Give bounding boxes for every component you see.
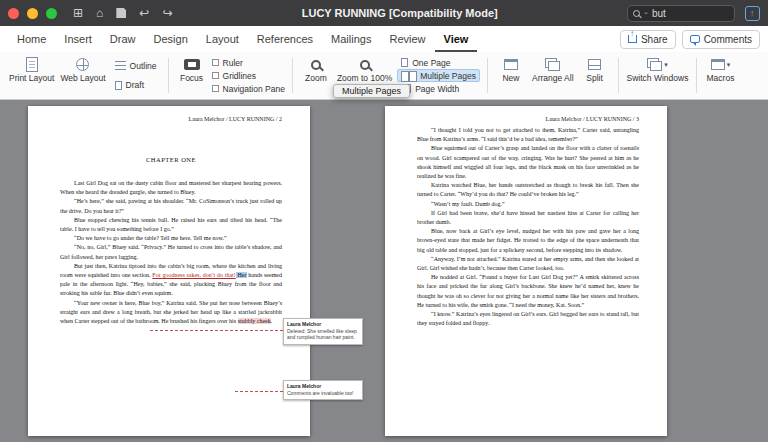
focus-icon: [184, 56, 200, 73]
paragraph: Blue squirmed out of Carter’s grasp and …: [417, 144, 639, 181]
split-button[interactable]: Split: [577, 54, 613, 97]
window-controls: [8, 8, 57, 19]
focus-button[interactable]: Focus: [174, 54, 210, 97]
comments-button[interactable]: Comments: [682, 30, 760, 49]
search-input[interactable]: ⌄ but: [627, 5, 735, 22]
tab-design[interactable]: Design: [145, 26, 197, 52]
gridlines-checkbox[interactable]: Gridlines: [212, 69, 285, 82]
chevron-down-icon: ▾: [664, 61, 668, 69]
page-width-label: Page Width: [415, 84, 459, 94]
tab-view[interactable]: View: [435, 26, 478, 52]
zoom-100-icon: [360, 56, 370, 73]
print-layout-icon: [26, 56, 38, 73]
arrange-all-button[interactable]: Arrange All: [529, 54, 577, 97]
page-3[interactable]: Laura Melchor / LUCY RUNNING / 3 “I thou…: [385, 106, 667, 436]
tab-review[interactable]: Review: [380, 26, 434, 52]
comment-text: Comments are invaluable too!: [287, 390, 359, 396]
window-title: LUCY RUNNING [Compatibility Mode]: [172, 7, 627, 19]
split-icon: [588, 56, 601, 73]
comment-balloon[interactable]: Laura Melchor Comments are invaluable to…: [283, 380, 363, 400]
comment-text: Deleted: She smelled like sleep and rump…: [287, 328, 359, 341]
print-layout-button[interactable]: Print Layout: [6, 54, 57, 97]
paragraph: Blue, now back at Girl’s eye level, nudg…: [417, 227, 639, 255]
focus-label: Focus: [180, 74, 203, 84]
save-icon[interactable]: [116, 8, 126, 18]
gridlines-label: Gridlines: [223, 71, 257, 81]
tab-mailings[interactable]: Mailings: [322, 26, 380, 52]
undo-icon[interactable]: ↩: [139, 7, 149, 19]
search-icon: [633, 10, 640, 17]
share-icon[interactable]: [745, 6, 760, 21]
outline-icon: [115, 61, 126, 70]
paragraph: But just then, Katrina tiptoed into the …: [60, 262, 282, 299]
multiple-pages-icon: [401, 71, 416, 81]
checkbox-icon: [212, 85, 219, 92]
new-window-label: New: [502, 74, 519, 84]
tab-layout[interactable]: Layout: [197, 26, 248, 52]
paragraph: “Anyway, I’m not attached.” Katrina star…: [417, 255, 639, 273]
share-button-label: Share: [641, 34, 668, 45]
text-selection: Her: [236, 272, 247, 278]
tab-bar-actions: Share Comments: [620, 30, 760, 49]
group-separator: [487, 58, 488, 93]
draft-button[interactable]: Draft: [111, 79, 161, 92]
group-separator: [696, 58, 697, 93]
tab-home[interactable]: Home: [8, 26, 55, 52]
outline-button[interactable]: Outline: [111, 59, 161, 72]
outline-label: Outline: [130, 61, 157, 71]
document-area[interactable]: Laura Melchor / LUCY RUNNING / 2 CHAPTER…: [0, 100, 768, 442]
paragraph: “I know.” Katrina’s eyes lingered on Gir…: [417, 310, 639, 328]
one-page-icon: [401, 58, 408, 67]
comment-anchor: stubbly cheek: [238, 318, 271, 324]
arrange-all-label: Arrange All: [532, 74, 574, 84]
ruler-label: Ruler: [223, 58, 243, 68]
switch-windows-label: Switch Windows: [627, 74, 689, 84]
page-2[interactable]: Laura Melchor / LUCY RUNNING / 2 CHAPTER…: [28, 106, 310, 436]
split-label: Split: [586, 74, 603, 84]
fullscreen-window-button[interactable]: [46, 8, 57, 19]
print-layout-label: Print Layout: [9, 74, 54, 84]
comment-author: Laura Melchor: [287, 321, 359, 327]
paragraph: If Girl had been brave, she’d have hisse…: [417, 209, 639, 227]
zoom-label: Zoom: [305, 74, 327, 84]
chevron-down-icon: ⌄: [643, 8, 649, 16]
titlebar: ⊞ ⌂ ↩ ↪ LUCY RUNNING [Compatibility Mode…: [0, 0, 768, 26]
ruler-checkbox[interactable]: Ruler: [212, 56, 285, 69]
tracked-change-balloon[interactable]: Laura Melchor Deleted: She smelled like …: [283, 318, 363, 345]
tab-references[interactable]: References: [248, 26, 322, 52]
one-page-label: One Page: [412, 58, 450, 68]
minimize-window-button[interactable]: [27, 8, 38, 19]
comments-button-label: Comments: [704, 34, 752, 45]
web-layout-button[interactable]: Web Layout: [57, 54, 108, 97]
ribbon-tab-bar: Home Insert Draw Design Layout Reference…: [0, 26, 768, 52]
comment-connector: [235, 391, 283, 392]
multiple-pages-tooltip: Multiple Pages: [333, 84, 410, 98]
new-window-icon: [504, 56, 518, 73]
chevron-down-icon: ▾: [727, 61, 731, 69]
zoom-button[interactable]: Zoom: [298, 54, 334, 97]
paragraph: Katrina watched Blue, her hands outstret…: [417, 181, 639, 199]
paragraph: “I thought I told you not to get attache…: [417, 126, 639, 144]
arrange-all-icon: [545, 56, 560, 73]
macros-button[interactable]: ▾ Macros: [702, 54, 738, 97]
switch-windows-button[interactable]: ▾ Switch Windows: [624, 54, 692, 97]
new-window-button[interactable]: New: [493, 54, 529, 97]
tab-insert[interactable]: Insert: [55, 26, 101, 52]
tab-draw[interactable]: Draw: [101, 26, 145, 52]
comment-author: Laura Melchor: [287, 383, 359, 389]
one-page-button[interactable]: One Page: [397, 56, 480, 69]
outline-draft-group: Outline Draft: [109, 54, 163, 97]
draft-icon: [115, 81, 122, 90]
multiple-pages-button[interactable]: Multiple Pages: [397, 69, 480, 82]
close-window-button[interactable]: [8, 8, 19, 19]
navigation-pane-checkbox[interactable]: Navigation Pane: [212, 82, 285, 95]
share-arrow-icon: [628, 35, 637, 43]
page-header: Laura Melchor / LUCY RUNNING / 2: [60, 116, 282, 122]
tracked-change-connector: [150, 330, 283, 331]
redo-icon[interactable]: ↪: [162, 7, 172, 19]
home-icon[interactable]: ⌂: [96, 7, 103, 19]
share-button[interactable]: Share: [620, 30, 676, 49]
apps-grid-icon[interactable]: ⊞: [73, 7, 83, 19]
navigation-pane-label: Navigation Pane: [223, 84, 285, 94]
chapter-heading: CHAPTER ONE: [60, 156, 282, 163]
